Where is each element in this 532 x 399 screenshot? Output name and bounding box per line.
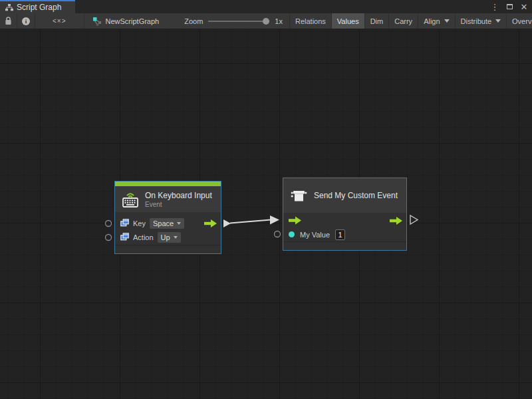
tab-label: Script Graph: [17, 3, 61, 12]
keyboard-icon: [122, 190, 139, 208]
align-button[interactable]: Align: [418, 13, 455, 29]
node-header[interactable]: On Keyboard Input Event: [115, 186, 221, 212]
node-footer: [115, 245, 221, 253]
key-dropdown-value: Space: [153, 219, 174, 227]
relations-label: Relations: [295, 17, 326, 25]
port-row-action[interactable]: Action Up: [115, 230, 221, 244]
carry-button[interactable]: Carry: [389, 13, 418, 29]
tab-script-graph[interactable]: Script Graph: [0, 0, 75, 13]
my-value-input[interactable]: 1: [335, 229, 345, 240]
kebab-menu-icon[interactable]: ⋮: [489, 1, 500, 12]
key-dropdown[interactable]: Space: [150, 218, 184, 229]
graph-reference[interactable]: NewScriptGraph: [84, 13, 166, 29]
chevron-down-icon: [174, 236, 178, 239]
code-view-button[interactable]: <×>: [35, 13, 84, 29]
lock-button[interactable]: [0, 13, 17, 29]
unit-window-icon: [120, 219, 129, 227]
chevron-down-icon: [444, 19, 450, 23]
dim-label: Dim: [370, 17, 384, 25]
zoom-slider-knob[interactable]: [263, 18, 269, 25]
action-dropdown-value: Up: [161, 233, 170, 241]
graph-canvas[interactable]: On Keyboard Input Event Key Spac: [0, 29, 532, 399]
info-button[interactable]: i: [17, 13, 35, 29]
graph-tree-icon: [5, 4, 13, 11]
chevron-down-icon: [177, 222, 181, 225]
port-row-key[interactable]: Key Space: [115, 216, 221, 230]
node-subtitle: Event: [145, 201, 212, 208]
maximize-icon[interactable]: [504, 1, 515, 12]
graph-name-label: NewScriptGraph: [106, 17, 160, 25]
values-button[interactable]: Values: [332, 13, 365, 29]
align-label: Align: [424, 17, 440, 25]
wire-end-arrow[interactable]: [270, 215, 279, 225]
my-value-label: My Value: [300, 231, 330, 239]
carry-label: Carry: [394, 17, 412, 25]
window-controls: ⋮ ✕: [489, 0, 529, 13]
zoom-value: 1x: [275, 17, 283, 25]
flow-output-arrow[interactable]: [204, 219, 217, 227]
action-port-label: Action: [133, 233, 154, 241]
overview-label: Overview: [512, 17, 532, 25]
zoom-slider[interactable]: [208, 18, 269, 25]
zoom-label: Zoom: [184, 17, 203, 25]
custom-event-icon: [290, 187, 308, 205]
connections-overlay: [0, 29, 532, 399]
code-icon: <×>: [41, 17, 78, 25]
flow-row[interactable]: [283, 213, 406, 227]
node-footer: [283, 241, 406, 250]
distribute-label: Distribute: [461, 17, 491, 25]
flow-output-arrow[interactable]: [390, 216, 403, 225]
wire-start-arrow[interactable]: [223, 219, 231, 227]
node-body: My Value 1: [283, 213, 406, 241]
event-green-bar: [115, 182, 221, 186]
chevron-down-icon: [495, 19, 501, 23]
action-dropdown[interactable]: Up: [158, 232, 181, 243]
wire[interactable]: [230, 220, 271, 223]
port-circle-key[interactable]: [106, 221, 112, 227]
key-port-label: Key: [133, 219, 146, 227]
node-send-my-custom-event[interactable]: Send My Custom Event: [283, 178, 407, 251]
value-port-dot[interactable]: [289, 231, 295, 237]
dim-button[interactable]: Dim: [365, 13, 390, 29]
relations-button[interactable]: Relations: [289, 13, 332, 29]
node-body: Key Space: [115, 212, 221, 244]
zoom-slider-track[interactable]: [208, 21, 269, 22]
distribute-button[interactable]: Distribute: [456, 13, 507, 29]
lock-icon: [5, 17, 12, 25]
tab-bar: Script Graph ⋮ ✕: [0, 0, 532, 13]
node-title: Send My Custom Event: [314, 191, 398, 200]
port-circle-action[interactable]: [106, 235, 112, 241]
port-circle-my-value[interactable]: [275, 231, 281, 237]
info-icon: i: [22, 17, 30, 25]
script-graph-window: Script Graph ⋮ ✕ i <×>: [0, 0, 532, 399]
port-row-my-value[interactable]: My Value 1: [283, 227, 406, 241]
flow-input-arrow[interactable]: [289, 216, 302, 225]
close-icon[interactable]: ✕: [519, 1, 529, 12]
node-title: On Keyboard Input: [145, 191, 212, 200]
graph-toolbar: i <×> NewScriptGraph Zoom 1x: [0, 13, 532, 29]
unit-window-icon: [120, 233, 129, 241]
script-graph-asset-icon: [92, 17, 102, 26]
zoom-control: Zoom 1x: [166, 13, 289, 29]
node-header[interactable]: Send My Custom Event: [283, 178, 406, 213]
output-flow-port-triangle[interactable]: [410, 215, 418, 224]
values-label: Values: [337, 17, 359, 25]
overview-button[interactable]: Overview: [507, 13, 532, 29]
node-on-keyboard-input[interactable]: On Keyboard Input Event Key Spac: [114, 181, 221, 254]
